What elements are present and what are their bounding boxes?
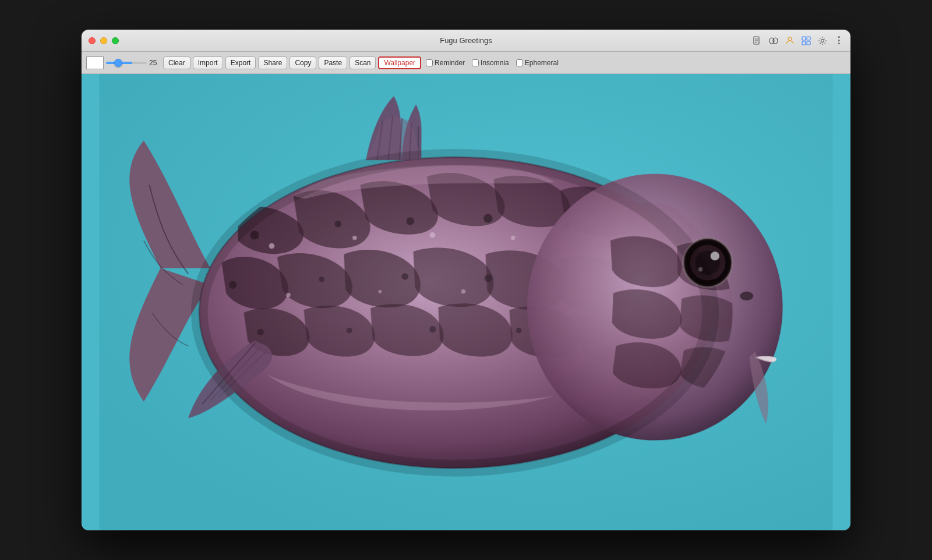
svg-point-6 [788, 37, 792, 41]
insomnia-checkbox[interactable] [472, 59, 479, 66]
import-button[interactable]: Import [193, 56, 223, 69]
color-swatch[interactable] [86, 56, 104, 69]
title-bar-icons: ⋮ [753, 36, 843, 45]
insomnia-label: Insomnia [481, 59, 509, 67]
reminder-checkbox[interactable] [426, 59, 433, 66]
svg-point-5 [773, 38, 778, 44]
svg-point-33 [516, 328, 522, 334]
export-button[interactable]: Export [225, 56, 256, 69]
maximize-button[interactable] [112, 37, 119, 44]
reminder-label: Reminder [435, 59, 465, 67]
svg-point-25 [401, 273, 408, 279]
svg-point-30 [257, 329, 263, 335]
size-slider[interactable] [106, 62, 147, 64]
svg-point-42 [378, 290, 382, 293]
svg-point-60 [711, 251, 719, 260]
window-title: Fugu Greetings [440, 36, 492, 45]
svg-rect-9 [802, 41, 806, 45]
svg-point-11 [821, 39, 824, 42]
user-icon[interactable] [785, 36, 795, 45]
toolbar: 25 Clear Import Export Share Copy Paste … [82, 52, 850, 74]
ephemeral-checkbox-label[interactable]: Ephemeral [516, 59, 559, 67]
clear-button[interactable]: Clear [163, 56, 190, 69]
svg-point-36 [269, 243, 274, 249]
svg-point-23 [229, 281, 236, 289]
share-button[interactable]: Share [258, 56, 287, 69]
svg-point-41 [286, 293, 291, 297]
checkbox-group: Reminder Insomnia Ephemeral [426, 59, 559, 67]
svg-rect-8 [807, 37, 810, 40]
copy-button[interactable]: Copy [290, 56, 316, 69]
slider-value: 25 [149, 59, 161, 67]
svg-point-39 [511, 236, 516, 240]
reminder-checkbox-label[interactable]: Reminder [426, 59, 465, 67]
svg-point-24 [319, 277, 324, 282]
extensions-icon[interactable] [802, 36, 811, 45]
ephemeral-label: Ephemeral [525, 59, 559, 67]
svg-point-38 [430, 232, 436, 238]
svg-point-37 [352, 236, 357, 240]
fish-illustration [82, 74, 850, 530]
traffic-lights [89, 37, 119, 44]
close-button[interactable] [89, 37, 96, 44]
title-bar: Fugu Greetings [82, 30, 850, 52]
svg-point-63 [740, 292, 753, 300]
svg-point-17 [335, 221, 341, 227]
wallpaper-button[interactable]: Wallpaper [378, 56, 421, 69]
minimize-button[interactable] [100, 37, 107, 44]
more-options-icon[interactable]: ⋮ [834, 36, 843, 45]
svg-point-18 [407, 217, 414, 225]
scan-button[interactable]: Scan [350, 56, 376, 69]
drama-icon[interactable] [769, 36, 778, 45]
svg-rect-7 [802, 37, 806, 40]
insomnia-checkbox-label[interactable]: Insomnia [472, 59, 509, 67]
svg-point-19 [484, 214, 493, 222]
new-file-icon[interactable] [753, 36, 762, 45]
svg-point-26 [484, 274, 492, 282]
slider-container: 25 [106, 59, 161, 67]
content-area [82, 74, 850, 530]
svg-point-43 [461, 289, 465, 294]
app-window: Fugu Greetings [82, 30, 850, 530]
svg-point-32 [429, 326, 436, 332]
paste-button[interactable]: Paste [319, 56, 347, 69]
ephemeral-checkbox[interactable] [516, 59, 523, 66]
svg-rect-10 [807, 41, 810, 45]
fish-container [82, 74, 850, 530]
svg-point-31 [347, 328, 352, 334]
svg-point-16 [250, 231, 259, 239]
settings-icon[interactable] [818, 36, 827, 45]
